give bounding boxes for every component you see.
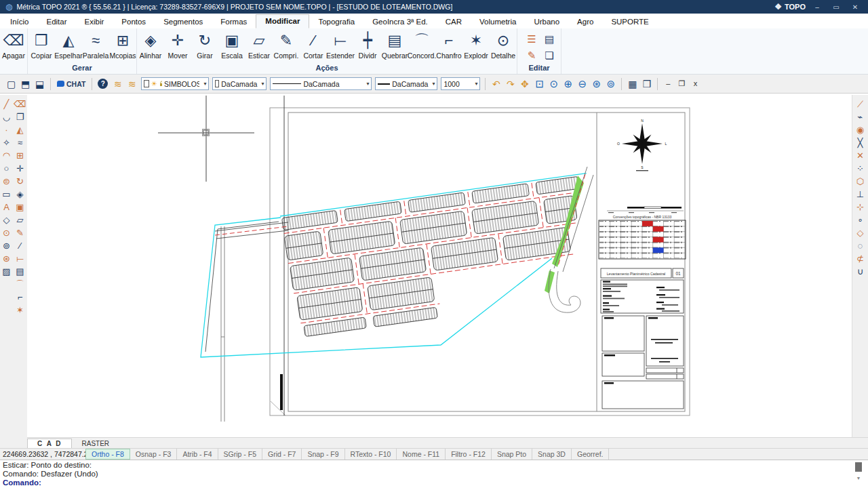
georref-toggle[interactable]: Georref. (572, 449, 610, 460)
table-icon[interactable]: ▦ (625, 75, 639, 93)
station-number-tool[interactable]: ⊚ (0, 239, 13, 252)
scale-combo[interactable]: 1000 ▾ (441, 77, 480, 90)
grid-toggle[interactable]: Grid - F7 (262, 449, 302, 460)
help-icon[interactable]: ? (98, 79, 108, 89)
scroll-up-icon[interactable] (855, 462, 862, 472)
rotate-tool[interactable]: ↻ (14, 175, 26, 188)
doc-minimize-button[interactable]: – (661, 79, 675, 88)
zoom-window-icon[interactable]: ⊡ (532, 75, 547, 93)
snappto-toggle[interactable]: Snap Pto (492, 449, 532, 460)
mcopias-button[interactable]: ⊞ Mcopias (109, 30, 136, 64)
command-console[interactable]: Esticar: Ponto do destino: Comando: Desf… (0, 460, 868, 488)
tab-segmentos[interactable]: Segmentos (155, 16, 212, 28)
maximize-button[interactable]: ▭ (829, 3, 844, 11)
chamfer-tool[interactable]: ⌐ (14, 291, 26, 304)
station-tool[interactable]: ⊙ (0, 226, 13, 239)
text-tool[interactable]: A (0, 201, 13, 214)
snap-apparent-icon[interactable]: ✕ (852, 149, 868, 162)
girar-button[interactable]: ↻ Girar (191, 30, 218, 64)
espelhar-button[interactable]: ◭ Espelhar (55, 30, 82, 64)
move-tool[interactable]: ✛ (14, 162, 26, 175)
copy-tool[interactable]: ❐ (14, 110, 26, 123)
hatch-tool[interactable]: ▨ (0, 265, 13, 278)
snap-endpoint-icon[interactable]: ⟋ (852, 98, 868, 110)
ellipse-tool[interactable]: ⊜ (0, 175, 13, 188)
doc-restore-button[interactable]: ❐ (675, 79, 688, 88)
tab-inicio[interactable]: Início (1, 16, 38, 28)
snap-extension-icon[interactable]: ⁘ (852, 162, 868, 175)
atrib-toggle[interactable]: Atrib - F4 (177, 449, 218, 460)
compri-button[interactable]: ✎ Compri. (273, 30, 300, 64)
snap-near-icon[interactable]: ∘ (852, 214, 868, 226)
cortar-button[interactable]: ⁄ Cortar (300, 30, 327, 64)
snap-off-icon[interactable]: ⊄ (852, 252, 868, 265)
circle-tool[interactable]: ○ (0, 162, 13, 175)
station-note-tool[interactable]: ⊛ (0, 252, 13, 265)
editar-propriedades-button[interactable]: ❏ (540, 47, 558, 64)
doc-close-button[interactable]: x (688, 79, 702, 88)
quebrar-button[interactable]: ▤ Quebrar (381, 30, 408, 64)
tab-raster[interactable]: RASTER (72, 439, 119, 448)
snap-center-icon[interactable]: ◉ (852, 123, 868, 136)
tab-agro[interactable]: Agro (568, 16, 602, 28)
trim-tool[interactable]: ⁄ (14, 239, 26, 252)
tab-exibir[interactable]: Exibir (76, 16, 113, 28)
tab-topografia[interactable]: Topografia (309, 16, 363, 28)
tab-geoincra[interactable]: GeoIncra 3ª Ed. (363, 16, 437, 28)
explodir-button[interactable]: ✶ Explodr (462, 30, 490, 64)
tab-car[interactable]: CAR (437, 16, 471, 28)
snap3d-toggle[interactable]: Snap 3D (532, 449, 572, 460)
filtro-toggle[interactable]: Filtro - F12 (446, 449, 492, 460)
snap-on-icon[interactable]: ∪ (852, 265, 868, 278)
zoom-extents-icon[interactable]: ⊚ (604, 75, 618, 93)
chat-button[interactable]: CHAT (54, 80, 88, 88)
polyline-tool[interactable]: ◡ (0, 110, 13, 123)
dividir-button[interactable]: ┿ Dividr (354, 30, 381, 64)
concordancia-button[interactable]: ⌒ Concord. (408, 30, 435, 64)
minimize-button[interactable]: – (810, 3, 825, 11)
explode-tool[interactable]: ✶ (14, 304, 26, 317)
tab-urbano[interactable]: Urbano (525, 16, 568, 28)
detalhe-button[interactable]: ⊙ Detalhe (490, 30, 517, 64)
arc-tool[interactable]: ◠ (0, 149, 13, 162)
new-file-icon[interactable]: ▢ (4, 75, 18, 93)
lineweight-combo[interactable]: DaCamada ▾ (375, 77, 437, 90)
extend-tool[interactable]: ⟝ (14, 252, 26, 265)
editar-atributo-button[interactable]: ✎ (523, 47, 540, 64)
estender-button[interactable]: ⟝ Estender (327, 30, 354, 64)
snap-intersection-icon[interactable]: ╳ (852, 136, 868, 149)
rectangle-tool[interactable]: ▭ (0, 188, 13, 201)
length-tool[interactable]: ✎ (14, 226, 26, 239)
escala-button[interactable]: ▣ Escala (218, 30, 245, 64)
line-tool[interactable]: ╱ (0, 98, 13, 110)
layers-manager-icon[interactable]: ≋ (125, 75, 139, 93)
alinhar-button[interactable]: ◈ Alinhar (137, 30, 164, 64)
drawing-canvas[interactable]: N S L O Convenções topográficas - NBR 13… (27, 95, 852, 437)
nome-toggle[interactable]: Nome - F11 (397, 449, 446, 460)
console-scrollbar[interactable]: ▼ (854, 462, 863, 485)
label-tool[interactable]: ◇ (0, 214, 13, 226)
multicopy-tool[interactable]: ⊞ (14, 149, 26, 162)
zoom-in-icon[interactable]: ⊕ (561, 75, 575, 93)
open-file-icon[interactable]: ⬒ (18, 75, 33, 93)
snap-node-icon[interactable]: ⊹ (852, 201, 868, 214)
close-button[interactable]: ✕ (848, 3, 863, 11)
chanfro-button[interactable]: ⌐ Chanfro (435, 30, 462, 64)
fillet-tool[interactable]: ⌒ (14, 278, 26, 291)
parallel-tool[interactable]: ≈ (14, 136, 26, 149)
snap-midpoint-icon[interactable]: ⌁ (852, 110, 868, 123)
tab-editar[interactable]: Editar (38, 16, 76, 28)
linetype-combo[interactable]: DaCamada ▾ (270, 77, 372, 90)
save-file-icon[interactable]: ⬓ (33, 75, 47, 93)
rtexto-toggle[interactable]: RTexto - F10 (345, 449, 397, 460)
layer-combo[interactable]: ☀ SIMBOLOS_ESTA ▾ (141, 77, 209, 90)
point-style-tool[interactable]: ✧ (0, 136, 13, 149)
color-combo[interactable]: DaCamada ▾ (212, 77, 267, 90)
pan-hand-icon[interactable]: ✥ (517, 75, 532, 93)
mover-button[interactable]: ✛ Mover (164, 30, 191, 64)
layers-icon[interactable]: ≋ (111, 75, 125, 93)
mirror-tool[interactable]: ◭ (14, 123, 26, 136)
copiar-button[interactable]: ❐ Copiar (28, 30, 55, 64)
zoom-dynamic-icon[interactable]: ⊙ (547, 75, 561, 93)
command-prompt[interactable]: Comando: (3, 479, 865, 487)
